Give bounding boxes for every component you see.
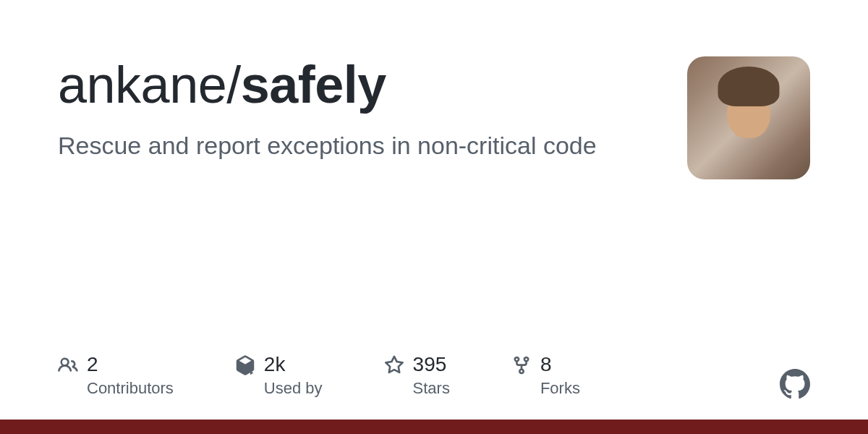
stat-stars: 395 Stars (384, 354, 450, 398)
stat-value: 2 (87, 354, 174, 376)
repo-owner: ankane (58, 56, 226, 114)
repo-title: ankane/safely (58, 56, 658, 114)
stat-text: 8 Forks (540, 354, 580, 398)
stat-label: Forks (540, 379, 580, 398)
stat-value: 395 (413, 354, 450, 376)
stats-row: 2 Contributors 2k Used by 395 Stars 8 Fo… (58, 354, 810, 398)
repo-description: Rescue and report exceptions in non-crit… (58, 129, 658, 161)
stat-value: 8 (540, 354, 580, 376)
github-logo-icon (780, 369, 810, 399)
repo-separator: / (226, 56, 241, 114)
stat-value: 2k (264, 354, 323, 376)
repo-header: ankane/safely Rescue and report exceptio… (0, 0, 868, 179)
stat-contributors: 2 Contributors (58, 354, 174, 398)
accent-bar (0, 420, 868, 434)
fork-icon (511, 355, 532, 375)
stat-text: 395 Stars (413, 354, 450, 398)
stat-label: Contributors (87, 379, 174, 398)
package-dependents-icon (235, 355, 255, 375)
people-icon (58, 355, 78, 375)
stat-label: Stars (413, 379, 450, 398)
owner-avatar (687, 56, 810, 179)
repo-name: safely (241, 56, 386, 114)
stat-label: Used by (264, 379, 323, 398)
stat-usedby: 2k Used by (235, 354, 323, 398)
star-icon (384, 355, 404, 375)
repo-info: ankane/safely Rescue and report exceptio… (58, 56, 658, 161)
stat-text: 2 Contributors (87, 354, 174, 398)
stat-text: 2k Used by (264, 354, 323, 398)
stat-forks: 8 Forks (511, 354, 580, 398)
